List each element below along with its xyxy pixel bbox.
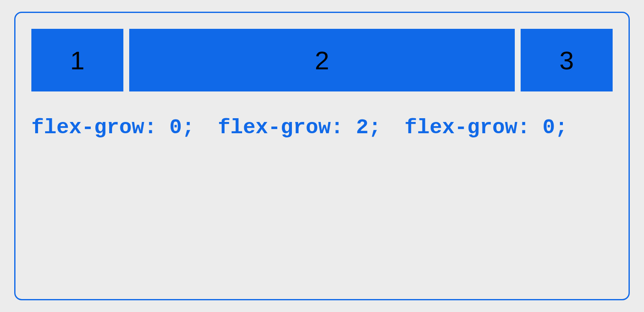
flex-item-3-label: 3 — [560, 46, 574, 75]
flex-item-2: 2 — [129, 29, 515, 91]
flex-item-2-label: 2 — [315, 46, 329, 75]
flex-item-1-label: 1 — [70, 46, 84, 75]
flex-container-outline: 1 2 3 flex-grow: 0; flex-grow: 2; flex-g… — [14, 12, 630, 300]
flex-item-1: 1 — [31, 29, 123, 91]
code-labels-row: flex-grow: 0; flex-grow: 2; flex-grow: 0… — [31, 116, 613, 140]
code-label-2: flex-grow: 2; — [218, 116, 381, 140]
flex-row: 1 2 3 — [31, 29, 613, 91]
code-label-3: flex-grow: 0; — [404, 116, 567, 140]
flex-item-3: 3 — [521, 29, 613, 91]
code-label-1: flex-grow: 0; — [31, 116, 194, 140]
